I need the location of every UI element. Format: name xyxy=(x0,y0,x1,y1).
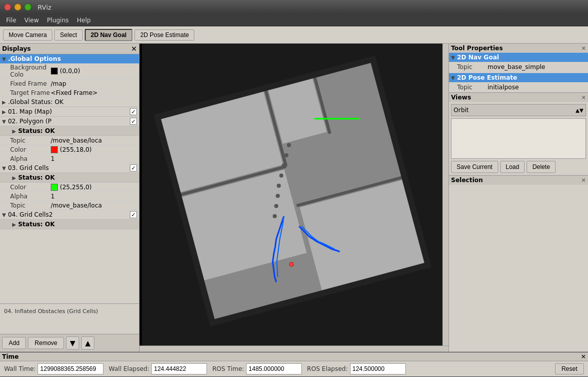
time-title-row: Time ✕ xyxy=(0,353,588,361)
polygon-alpha-label: Alpha xyxy=(10,155,51,162)
polygon-display-row[interactable]: ▼ 02. Polygon (P ✓ xyxy=(0,117,139,126)
fixed-frame-value: /map xyxy=(51,80,139,87)
displays-close-icon[interactable]: ✕ xyxy=(131,45,137,53)
svg-point-15 xyxy=(282,163,286,167)
reset-time-button[interactable]: Reset xyxy=(555,363,584,374)
gridcells2-checkbox[interactable]: ✓ xyxy=(130,211,137,218)
selection-close-icon[interactable]: ✕ xyxy=(581,177,586,184)
displays-title: Displays xyxy=(2,45,31,52)
menu-view[interactable]: View xyxy=(20,16,43,25)
gridcells2-expand-icon: ▼ xyxy=(2,212,6,218)
move-down-button[interactable]: ▼ xyxy=(66,336,79,350)
views-type-arrows: ▲▼ xyxy=(576,108,583,113)
2d-nav-goal-label: 2D Nav Goal xyxy=(457,54,499,61)
gridcells-topic-row: Topic /move_base/loca xyxy=(0,201,139,210)
views-type-select[interactable]: Orbit ▲▼ xyxy=(451,104,586,116)
background-color-label: Background Colo xyxy=(10,64,51,78)
map-expand-icon: ▶ xyxy=(2,109,6,115)
tool-properties-title: Tool Properties xyxy=(451,45,503,52)
displays-tooltip-text: 04. Inflated Obstacles (Grid Cells) xyxy=(4,308,98,315)
global-options-label: .Global Options xyxy=(8,55,61,62)
horizontal-scrollbar[interactable] xyxy=(140,346,448,352)
views-section: Views ✕ Orbit ▲▼ Save Current Load Delet… xyxy=(449,93,588,176)
polygon-checkbox[interactable]: ✓ xyxy=(130,118,137,125)
gridcells-checkbox[interactable]: ✓ xyxy=(130,164,137,172)
2d-nav-goal-header[interactable]: ▼ 2D Nav Goal xyxy=(449,53,588,62)
target-frame-label: Target Frame xyxy=(10,89,51,96)
gridcells-topic-label: Topic xyxy=(10,202,51,209)
global-options-header[interactable]: ▼ .Global Options xyxy=(0,54,139,63)
gridcells2-display-label: 04. Grid Cells2 xyxy=(8,211,53,218)
views-action-buttons: Save Current Load Delete xyxy=(451,161,586,173)
polygon-topic-value: /move_base/loca xyxy=(51,137,139,144)
menu-plugins[interactable]: Plugins xyxy=(43,16,73,25)
add-display-button[interactable]: Add xyxy=(2,337,26,349)
load-view-button[interactable]: Load xyxy=(500,161,525,173)
global-status-row[interactable]: ▶ .Global Status: OK xyxy=(0,97,139,107)
gridcells-topic-value: /move_base/loca xyxy=(51,202,139,209)
map-display-label: 01. Map (Map) xyxy=(8,108,52,115)
tool-properties-close-icon[interactable]: ✕ xyxy=(581,45,586,52)
polygon-status-row: ▶ Status: OK xyxy=(0,126,139,136)
gridcells-status-label: Status: OK xyxy=(18,174,55,181)
wall-elapsed-input[interactable] xyxy=(151,363,207,374)
main-area: Displays ✕ ▼ .Global Options Background … xyxy=(0,44,588,352)
views-close-icon[interactable]: ✕ xyxy=(581,94,586,101)
ros-elapsed-input[interactable] xyxy=(350,363,406,374)
displays-content: ▼ .Global Options Background Colo (0,0,0… xyxy=(0,54,139,303)
save-current-button[interactable]: Save Current xyxy=(451,161,498,173)
wall-elapsed-group: Wall Elapsed: xyxy=(109,363,207,374)
svg-point-20 xyxy=(273,214,277,218)
wall-time-input[interactable] xyxy=(38,363,103,374)
gridcells-color-value: (25,255,0) xyxy=(60,184,139,191)
svg-point-18 xyxy=(276,194,280,198)
menu-help[interactable]: Help xyxy=(73,16,95,25)
select-button[interactable]: Select xyxy=(54,29,82,41)
viewport[interactable] xyxy=(140,44,448,352)
toolbar: Move Camera Select 2D Nav Goal 2D Pose E… xyxy=(0,26,588,44)
gridcells-expand-icon: ▼ xyxy=(2,165,6,171)
maximize-button[interactable] xyxy=(24,4,31,11)
delete-view-button[interactable]: Delete xyxy=(527,161,556,173)
minimize-button[interactable] xyxy=(14,4,21,11)
gridcells-display-row[interactable]: ▼ 03. Grid Cells ✓ xyxy=(0,163,139,173)
time-title: Time xyxy=(2,353,19,360)
svg-point-21 xyxy=(290,262,294,266)
displays-buttons: Add Remove ▼ ▲ xyxy=(0,334,139,352)
menu-file[interactable]: File xyxy=(2,16,20,25)
polygon-topic-row: Topic /move_base/loca xyxy=(0,136,139,145)
ros-time-input[interactable] xyxy=(246,363,302,374)
fixed-frame-row: Fixed Frame /map xyxy=(0,79,139,88)
target-frame-value: <Fixed Frame> xyxy=(51,89,139,96)
pose-estimate-topic-row: Topic initialpose xyxy=(449,82,588,92)
nav-goal-topic-row: Topic move_base_simple xyxy=(449,62,588,72)
gridcells-color-label: Color xyxy=(10,184,51,191)
polygon-display-label: 02. Polygon (P xyxy=(8,118,52,125)
gridcells-color-row: Color (25,255,0) xyxy=(0,183,139,192)
map-checkbox[interactable]: ✓ xyxy=(130,108,137,115)
views-header: Views ✕ xyxy=(449,93,588,102)
2d-pose-estimate-header[interactable]: ▼ 2D Pose Estimate xyxy=(449,73,588,82)
tool-properties-header: Tool Properties ✕ xyxy=(449,44,588,53)
pose-estimate-topic-label: Topic xyxy=(457,84,488,91)
gridcells-alpha-label: Alpha xyxy=(10,193,51,200)
remove-display-button[interactable]: Remove xyxy=(28,337,64,349)
move-up-button[interactable]: ▲ xyxy=(81,336,94,350)
selection-section: Selection ✕ xyxy=(449,176,588,352)
2d-nav-goal-button[interactable]: 2D Nav Goal xyxy=(85,29,133,41)
polygon-color-label: Color xyxy=(10,146,51,153)
vertical-scrollbar[interactable] xyxy=(442,44,448,346)
time-close-icon[interactable]: ✕ xyxy=(581,353,586,360)
background-color-row: Background Colo (0,0,0) xyxy=(0,63,139,79)
global-status-label: .Global Status: OK xyxy=(8,98,63,106)
gridcells-alpha-value: 1 xyxy=(51,193,139,200)
map-display-row[interactable]: ▶ 01. Map (Map) ✓ xyxy=(0,107,139,117)
views-title: Views xyxy=(451,94,471,101)
global-options-expand-icon: ▼ xyxy=(2,56,6,62)
move-camera-button[interactable]: Move Camera xyxy=(3,29,52,41)
2d-pose-estimate-button[interactable]: 2D Pose Estimate xyxy=(134,29,194,41)
close-button[interactable] xyxy=(4,4,11,11)
gridcells2-display-row[interactable]: ▼ 04. Grid Cells2 ✓ xyxy=(0,210,139,220)
window-title: RViz xyxy=(38,4,51,11)
gridcells2-status-label: Status: OK xyxy=(18,221,55,228)
